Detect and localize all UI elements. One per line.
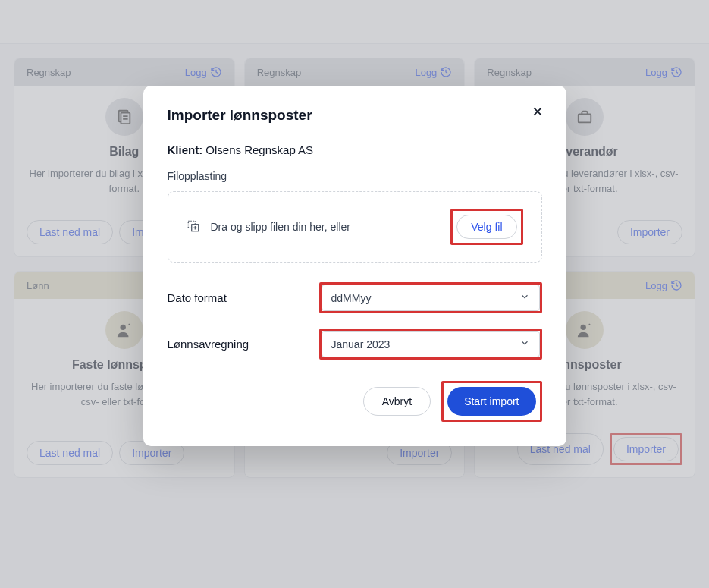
close-icon bbox=[532, 105, 544, 121]
highlight-box: ddMMyy bbox=[319, 282, 542, 313]
date-format-select[interactable]: ddMMyy bbox=[322, 285, 540, 311]
import-modal: Importer lønnsposter Klient: Olsens Regn… bbox=[143, 86, 566, 446]
payroll-row: Lønnsavregning Januar 2023 bbox=[168, 329, 542, 360]
drag-icon bbox=[187, 219, 200, 235]
cancel-button[interactable]: Avbryt bbox=[363, 387, 431, 416]
payroll-value: Januar 2023 bbox=[331, 338, 391, 351]
start-import-button[interactable]: Start import bbox=[447, 387, 535, 416]
chevron-down-icon bbox=[519, 338, 530, 351]
dropzone-content: Dra og slipp filen din her, eller bbox=[187, 219, 350, 235]
date-format-value: ddMMyy bbox=[331, 292, 372, 304]
modal-title: Importer lønnsposter bbox=[168, 107, 542, 124]
highlight-box: Start import bbox=[441, 381, 541, 422]
close-button[interactable] bbox=[529, 102, 547, 124]
dropzone-text: Dra og slipp filen din her, eller bbox=[211, 221, 350, 233]
date-format-label: Dato format bbox=[168, 291, 319, 304]
klient-value: Olsens Regnskap AS bbox=[205, 143, 313, 156]
klient-line: Klient: Olsens Regnskap AS bbox=[168, 143, 542, 156]
klient-label: Klient: bbox=[168, 143, 203, 156]
payroll-select[interactable]: Januar 2023 bbox=[322, 331, 540, 357]
modal-overlay[interactable]: Importer lønnsposter Klient: Olsens Regn… bbox=[0, 0, 709, 588]
choose-file-button[interactable]: Velg fil bbox=[456, 215, 516, 239]
modal-actions: Avbryt Start import bbox=[168, 381, 542, 422]
payroll-label: Lønnsavregning bbox=[168, 338, 319, 351]
chevron-down-icon bbox=[519, 291, 530, 304]
file-dropzone[interactable]: Dra og slipp filen din her, eller Velg f… bbox=[168, 191, 542, 263]
highlight-box: Januar 2023 bbox=[319, 329, 542, 360]
highlight-box: Velg fil bbox=[450, 209, 522, 245]
date-format-row: Dato format ddMMyy bbox=[168, 282, 542, 313]
upload-label: Filopplasting bbox=[168, 170, 542, 182]
